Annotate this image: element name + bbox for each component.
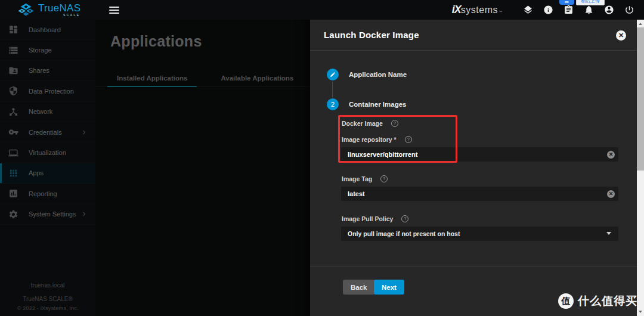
product-label: TrueNAS SCALE® xyxy=(0,296,95,302)
account-icon[interactable] xyxy=(603,5,614,16)
scroll-down-arrow-icon[interactable] xyxy=(639,311,642,313)
dialog-footer-divider xyxy=(310,266,637,267)
sidebar-footer: truenas.local TrueNAS SCALE® © 2022 - iX… xyxy=(0,282,95,311)
image-repository-label-row: Image repository * ? xyxy=(342,136,412,143)
brand-name: TrueNAS xyxy=(38,3,80,13)
truenas-logo-icon xyxy=(18,3,34,17)
info-icon[interactable] xyxy=(543,5,553,16)
edit-icon xyxy=(327,69,339,80)
scroll-up-arrow-icon[interactable] xyxy=(639,23,642,25)
sidebar-item-credentials[interactable]: Credentials xyxy=(0,122,95,142)
chevron-right-icon xyxy=(80,210,88,218)
storage-icon xyxy=(8,45,18,55)
sidebar-item-apps[interactable]: Apps xyxy=(0,163,95,184)
image-pull-policy-value: Only pull image if not present on host xyxy=(348,230,460,237)
step-label: Application Name xyxy=(349,71,407,78)
gear-icon xyxy=(8,209,18,219)
docker-image-label-row: Docker Image ? xyxy=(342,120,398,127)
image-repository-label: Image repository * xyxy=(342,136,397,143)
help-icon[interactable]: ? xyxy=(405,136,412,143)
sidebar-item-system-settings[interactable]: System Settings xyxy=(0,205,95,225)
help-icon[interactable]: ? xyxy=(380,175,388,182)
bar-chart-icon xyxy=(8,188,18,199)
tasks-clipboard-icon[interactable] xyxy=(563,5,574,16)
hostname-label: truenas.local xyxy=(0,282,95,289)
key-icon xyxy=(8,127,18,137)
image-tag-label: Image Tag xyxy=(342,175,372,182)
scrollbar-thumb[interactable] xyxy=(637,27,644,171)
sidebar-item-data-protection[interactable]: Data Protection xyxy=(0,81,95,101)
truenas-logo[interactable]: TrueNAS SCALE xyxy=(18,3,80,17)
browser-extension-tooltip: 稍后上传 xyxy=(576,0,605,5)
app-window: TrueNAS SCALE iXsystems™ xyxy=(0,0,644,316)
image-repository-input[interactable] xyxy=(341,147,618,162)
step-label: Container Images xyxy=(349,101,407,108)
dialog-title: Launch Docker Image xyxy=(324,30,419,40)
step-container-images[interactable]: 2 Container Images xyxy=(327,98,407,110)
apps-grid-icon xyxy=(8,168,18,178)
image-tag-input[interactable] xyxy=(341,187,618,201)
help-icon[interactable]: ? xyxy=(391,120,398,127)
step-number: 2 xyxy=(327,98,339,110)
tab-available-applications[interactable]: Available Applications xyxy=(209,69,305,87)
clear-icon[interactable]: ✕ xyxy=(607,190,615,198)
chevron-right-icon xyxy=(80,128,88,137)
power-icon[interactable] xyxy=(624,5,634,16)
sidebar-item-virtualization[interactable]: Virtualization xyxy=(0,142,95,163)
dialog-header: Launch Docker Image ✕ xyxy=(310,20,637,51)
hamburger-menu-icon[interactable] xyxy=(109,7,119,14)
sidebar-item-storage[interactable]: Storage xyxy=(0,40,95,60)
step-connector xyxy=(332,82,333,97)
clear-icon[interactable]: ✕ xyxy=(607,151,615,159)
docker-image-label: Docker Image xyxy=(342,120,383,127)
image-pull-policy-label: Image Pull Policy xyxy=(342,215,393,222)
main-content: Applications Installed Applications Avai… xyxy=(95,20,310,316)
smzdm-logo: 值 xyxy=(558,293,574,309)
browser-extension-icon[interactable]: ∞ xyxy=(559,0,574,5)
shield-icon xyxy=(8,86,18,96)
image-pull-policy-label-row: Image Pull Policy ? xyxy=(342,215,408,222)
alerts-bell-icon[interactable] xyxy=(583,5,594,16)
tab-installed-applications[interactable]: Installed Applications xyxy=(105,69,199,87)
help-icon[interactable]: ? xyxy=(401,215,408,222)
image-pull-policy-select[interactable]: Only pull image if not present on host xyxy=(341,227,618,241)
sidebar-item-network[interactable]: Network xyxy=(0,102,95,122)
network-icon xyxy=(8,107,18,117)
next-button[interactable]: Next xyxy=(374,280,404,295)
page-title: Applications xyxy=(110,33,202,50)
laptop-icon xyxy=(8,148,18,158)
sidebar-item-reporting[interactable]: Reporting xyxy=(0,184,95,204)
back-button[interactable]: Back xyxy=(343,280,375,295)
truecommand-layers-icon[interactable] xyxy=(522,5,533,16)
smzdm-watermark: 值 什么值得买 xyxy=(558,293,637,309)
launch-docker-image-dialog: Launch Docker Image ✕ Application Name 2… xyxy=(310,20,637,316)
image-tag-label-row: Image Tag ? xyxy=(342,175,388,182)
close-icon[interactable]: ✕ xyxy=(616,30,626,41)
shares-icon xyxy=(8,66,18,76)
copyright-label: © 2022 - iXsystems, Inc. xyxy=(0,305,95,311)
sidebar-item-dashboard[interactable]: Dashboard xyxy=(0,20,95,40)
ixsystems-logo: iXsystems™ xyxy=(452,4,502,16)
sidebar-item-shares[interactable]: Shares xyxy=(0,61,95,81)
sidebar: Dashboard Storage Shares Data Protection… xyxy=(0,20,95,316)
top-bar: TrueNAS SCALE iXsystems™ xyxy=(0,0,644,20)
step-application-name[interactable]: Application Name xyxy=(327,69,407,80)
brand-sub: SCALE xyxy=(63,14,80,17)
page-scrollbar[interactable] xyxy=(637,20,644,316)
chevron-down-icon xyxy=(606,232,611,235)
smzdm-text: 什么值得买 xyxy=(578,293,637,309)
dashboard-icon xyxy=(8,24,18,35)
